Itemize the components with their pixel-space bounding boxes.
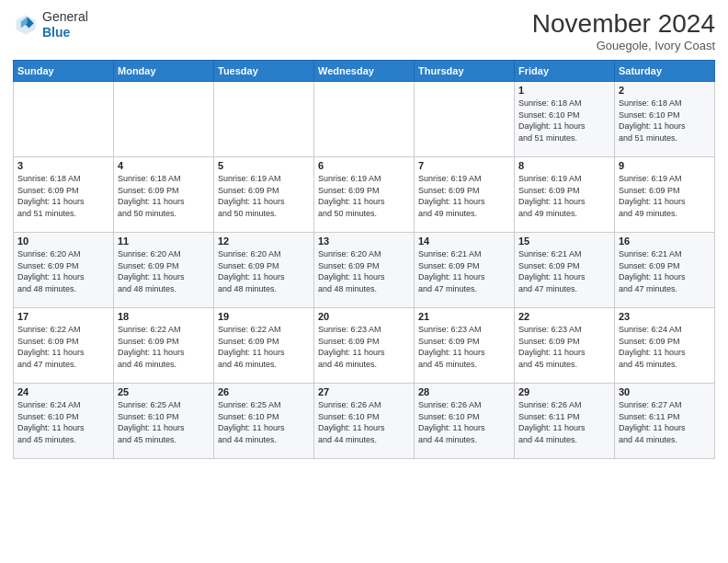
calendar-week-5: 24Sunrise: 6:24 AM Sunset: 6:10 PM Dayli… — [14, 384, 715, 459]
day-info: Sunrise: 6:18 AM Sunset: 6:09 PM Dayligh… — [17, 173, 109, 219]
calendar-body: 1Sunrise: 6:18 AM Sunset: 6:10 PM Daylig… — [14, 82, 715, 459]
weekday-header-sunday: Sunday — [14, 61, 114, 82]
day-number: 26 — [218, 386, 310, 397]
day-info: Sunrise: 6:23 AM Sunset: 6:09 PM Dayligh… — [318, 324, 410, 370]
day-number: 2 — [619, 85, 711, 96]
day-info: Sunrise: 6:19 AM Sunset: 6:09 PM Dayligh… — [619, 173, 711, 219]
day-info: Sunrise: 6:19 AM Sunset: 6:09 PM Dayligh… — [518, 173, 610, 219]
weekday-header-row: SundayMondayTuesdayWednesdayThursdayFrid… — [14, 61, 715, 82]
calendar-cell: 9Sunrise: 6:19 AM Sunset: 6:09 PM Daylig… — [615, 157, 715, 233]
calendar-cell: 16Sunrise: 6:21 AM Sunset: 6:09 PM Dayli… — [615, 233, 715, 308]
calendar-week-1: 1Sunrise: 6:18 AM Sunset: 6:10 PM Daylig… — [14, 82, 715, 157]
day-number: 18 — [118, 311, 210, 322]
calendar-cell: 29Sunrise: 6:26 AM Sunset: 6:11 PM Dayli… — [515, 384, 615, 459]
day-info: Sunrise: 6:21 AM Sunset: 6:09 PM Dayligh… — [619, 248, 711, 294]
calendar-cell: 19Sunrise: 6:22 AM Sunset: 6:09 PM Dayli… — [214, 308, 314, 384]
day-info: Sunrise: 6:22 AM Sunset: 6:09 PM Dayligh… — [17, 324, 109, 370]
month-title: November 2024 — [532, 9, 715, 39]
day-info: Sunrise: 6:18 AM Sunset: 6:10 PM Dayligh… — [518, 98, 610, 144]
logo-text: General Blue — [42, 9, 88, 40]
day-number: 25 — [118, 386, 210, 397]
calendar-cell: 3Sunrise: 6:18 AM Sunset: 6:09 PM Daylig… — [14, 157, 114, 233]
calendar-cell: 26Sunrise: 6:25 AM Sunset: 6:10 PM Dayli… — [214, 384, 314, 459]
calendar-cell: 18Sunrise: 6:22 AM Sunset: 6:09 PM Dayli… — [114, 308, 214, 384]
day-info: Sunrise: 6:19 AM Sunset: 6:09 PM Dayligh… — [318, 173, 410, 219]
logo: General Blue — [13, 9, 88, 40]
calendar-cell: 22Sunrise: 6:23 AM Sunset: 6:09 PM Dayli… — [515, 308, 615, 384]
calendar-table: SundayMondayTuesdayWednesdayThursdayFrid… — [13, 60, 715, 459]
day-info: Sunrise: 6:22 AM Sunset: 6:09 PM Dayligh… — [118, 324, 210, 370]
day-info: Sunrise: 6:26 AM Sunset: 6:11 PM Dayligh… — [518, 399, 610, 445]
weekday-header-tuesday: Tuesday — [214, 61, 314, 82]
location: Gouegole, Ivory Coast — [532, 39, 715, 52]
day-number: 14 — [418, 236, 510, 247]
day-number: 29 — [518, 386, 610, 397]
title-block: November 2024 Gouegole, Ivory Coast — [532, 9, 715, 52]
logo-icon — [13, 12, 39, 38]
calendar-cell: 1Sunrise: 6:18 AM Sunset: 6:10 PM Daylig… — [515, 82, 615, 157]
day-number: 20 — [318, 311, 410, 322]
calendar-cell: 23Sunrise: 6:24 AM Sunset: 6:09 PM Dayli… — [615, 308, 715, 384]
calendar-week-3: 10Sunrise: 6:20 AM Sunset: 6:09 PM Dayli… — [14, 233, 715, 308]
calendar-week-2: 3Sunrise: 6:18 AM Sunset: 6:09 PM Daylig… — [14, 157, 715, 233]
day-info: Sunrise: 6:24 AM Sunset: 6:09 PM Dayligh… — [619, 324, 711, 370]
calendar-week-4: 17Sunrise: 6:22 AM Sunset: 6:09 PM Dayli… — [14, 308, 715, 384]
calendar-header: SundayMondayTuesdayWednesdayThursdayFrid… — [14, 61, 715, 82]
day-number: 16 — [619, 236, 711, 247]
day-number: 24 — [17, 386, 109, 397]
weekday-header-wednesday: Wednesday — [314, 61, 415, 82]
day-number: 7 — [418, 160, 510, 171]
day-info: Sunrise: 6:27 AM Sunset: 6:11 PM Dayligh… — [619, 399, 711, 445]
day-number: 28 — [418, 386, 510, 397]
calendar-cell: 30Sunrise: 6:27 AM Sunset: 6:11 PM Dayli… — [615, 384, 715, 459]
calendar-cell: 7Sunrise: 6:19 AM Sunset: 6:09 PM Daylig… — [415, 157, 515, 233]
calendar-cell — [214, 82, 314, 157]
day-number: 30 — [619, 386, 711, 397]
header: General Blue November 2024 Gouegole, Ivo… — [13, 9, 715, 52]
day-info: Sunrise: 6:23 AM Sunset: 6:09 PM Dayligh… — [518, 324, 610, 370]
calendar-cell: 10Sunrise: 6:20 AM Sunset: 6:09 PM Dayli… — [14, 233, 114, 308]
day-info: Sunrise: 6:26 AM Sunset: 6:10 PM Dayligh… — [418, 399, 510, 445]
calendar-cell — [14, 82, 114, 157]
calendar-cell: 24Sunrise: 6:24 AM Sunset: 6:10 PM Dayli… — [14, 384, 114, 459]
weekday-header-friday: Friday — [515, 61, 615, 82]
day-info: Sunrise: 6:18 AM Sunset: 6:09 PM Dayligh… — [118, 173, 210, 219]
day-number: 3 — [17, 160, 109, 171]
day-info: Sunrise: 6:20 AM Sunset: 6:09 PM Dayligh… — [118, 248, 210, 294]
calendar-cell: 25Sunrise: 6:25 AM Sunset: 6:10 PM Dayli… — [114, 384, 214, 459]
calendar-cell: 2Sunrise: 6:18 AM Sunset: 6:10 PM Daylig… — [615, 82, 715, 157]
calendar-cell — [415, 82, 515, 157]
day-info: Sunrise: 6:20 AM Sunset: 6:09 PM Dayligh… — [17, 248, 109, 294]
day-info: Sunrise: 6:20 AM Sunset: 6:09 PM Dayligh… — [318, 248, 410, 294]
calendar-cell — [314, 82, 415, 157]
day-info: Sunrise: 6:20 AM Sunset: 6:09 PM Dayligh… — [218, 248, 310, 294]
calendar-cell: 11Sunrise: 6:20 AM Sunset: 6:09 PM Dayli… — [114, 233, 214, 308]
weekday-header-thursday: Thursday — [415, 61, 515, 82]
day-number: 17 — [17, 311, 109, 322]
day-info: Sunrise: 6:25 AM Sunset: 6:10 PM Dayligh… — [118, 399, 210, 445]
day-number: 1 — [518, 85, 610, 96]
calendar-cell: 6Sunrise: 6:19 AM Sunset: 6:09 PM Daylig… — [314, 157, 415, 233]
day-number: 9 — [619, 160, 711, 171]
day-number: 21 — [418, 311, 510, 322]
day-info: Sunrise: 6:24 AM Sunset: 6:10 PM Dayligh… — [17, 399, 109, 445]
page: General Blue November 2024 Gouegole, Ivo… — [0, 0, 728, 563]
calendar-cell: 13Sunrise: 6:20 AM Sunset: 6:09 PM Dayli… — [314, 233, 415, 308]
day-info: Sunrise: 6:25 AM Sunset: 6:10 PM Dayligh… — [218, 399, 310, 445]
day-info: Sunrise: 6:26 AM Sunset: 6:10 PM Dayligh… — [318, 399, 410, 445]
weekday-header-saturday: Saturday — [615, 61, 715, 82]
day-number: 15 — [518, 236, 610, 247]
calendar-cell: 14Sunrise: 6:21 AM Sunset: 6:09 PM Dayli… — [415, 233, 515, 308]
day-number: 11 — [118, 236, 210, 247]
day-number: 22 — [518, 311, 610, 322]
day-info: Sunrise: 6:22 AM Sunset: 6:09 PM Dayligh… — [218, 324, 310, 370]
day-info: Sunrise: 6:21 AM Sunset: 6:09 PM Dayligh… — [418, 248, 510, 294]
calendar-cell: 27Sunrise: 6:26 AM Sunset: 6:10 PM Dayli… — [314, 384, 415, 459]
day-info: Sunrise: 6:18 AM Sunset: 6:10 PM Dayligh… — [619, 98, 711, 144]
calendar-cell — [114, 82, 214, 157]
calendar-cell: 4Sunrise: 6:18 AM Sunset: 6:09 PM Daylig… — [114, 157, 214, 233]
calendar-cell: 17Sunrise: 6:22 AM Sunset: 6:09 PM Dayli… — [14, 308, 114, 384]
day-number: 8 — [518, 160, 610, 171]
day-number: 12 — [218, 236, 310, 247]
day-number: 4 — [118, 160, 210, 171]
